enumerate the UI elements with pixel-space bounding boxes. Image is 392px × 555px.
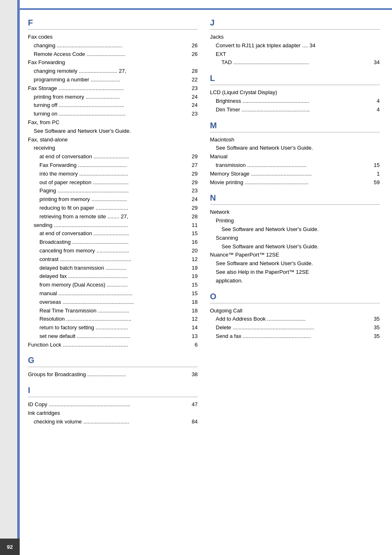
list-item: contrast ...............................… — [28, 255, 198, 264]
list-item: printing from memory ...................… — [28, 195, 198, 204]
page-container: 92 F Fax codes changing ................… — [0, 0, 392, 555]
list-item: Macintosh — [210, 136, 380, 144]
list-item: Ink cartridges — [28, 409, 198, 418]
list-item: Function Lock ..........................… — [28, 341, 198, 349]
list-item: Remote Access Code .....................… — [28, 50, 198, 59]
section-N: N Network Printing See Software and Netw… — [210, 193, 380, 285]
list-item: See Software and Network User's Guide. — [210, 225, 380, 234]
section-I: I ID Copy ..............................… — [28, 386, 198, 426]
list-item: set new default ........................… — [28, 332, 198, 341]
left-column: F Fax codes changing ...................… — [28, 18, 198, 543]
list-item: Send a fax .............................… — [210, 332, 380, 341]
list-item: overseas ...............................… — [28, 298, 198, 307]
section-L: L LCD (Liquid Crystal Display) Brightnes… — [210, 74, 380, 114]
list-item: transmission ...........................… — [210, 161, 380, 170]
list-item: ID Copy ................................… — [28, 400, 198, 409]
list-item: EXT — [210, 50, 380, 59]
list-item: Fax Forwarding .........................… — [28, 161, 198, 170]
list-item: Convert to RJ11 jack triplex adapter ...… — [210, 42, 380, 50]
list-item: changing ...............................… — [28, 42, 198, 50]
top-accent-line — [20, 8, 392, 10]
list-item: Scanning — [210, 234, 380, 243]
letter-J: J — [210, 18, 380, 28]
section-O: O Outgoing Call Add to Address Book ....… — [210, 292, 380, 341]
list-item: at end of conversation .................… — [28, 229, 198, 238]
list-item: See Software and Network User's Guide. — [210, 144, 380, 153]
letter-L: L — [210, 74, 380, 83]
letter-N: N — [210, 193, 380, 203]
list-item: Printing — [210, 217, 380, 225]
list-item: Manual — [210, 153, 380, 161]
list-item: Movie printing .........................… — [210, 178, 380, 187]
list-item: return to factory setting ..............… — [28, 324, 198, 332]
list-item: TAD ....................................… — [210, 58, 380, 67]
page-number: 92 — [7, 544, 13, 550]
list-item: canceling from memory ..................… — [28, 247, 198, 255]
left-sidebar: 92 — [0, 0, 20, 555]
list-item: Paging .................................… — [28, 187, 198, 195]
list-item: Outgoing Call — [210, 307, 380, 315]
list-item: See Software and Network User's Guide. — [210, 243, 380, 251]
list-item: Fax Storage ............................… — [28, 84, 198, 93]
list-item: Real Time Transmission .................… — [28, 307, 198, 315]
list-item: See also Help in the PaperPort™ 12SE — [210, 268, 380, 277]
list-item: Resolution .............................… — [28, 315, 198, 324]
list-item: printing from memory ...................… — [28, 93, 198, 102]
list-item: Add to Address Book ....................… — [210, 315, 380, 324]
divider-M — [210, 132, 380, 132]
two-column-layout: F Fax codes changing ...................… — [28, 18, 380, 543]
list-item: out of paper reception .................… — [28, 178, 198, 187]
divider-J — [210, 29, 380, 30]
list-item: Fax codes — [28, 33, 198, 42]
list-item: Nuance™ PaperPort™ 12SE — [210, 251, 380, 259]
list-item: delayed batch transmission .............… — [28, 264, 198, 273]
list-item: programming a number ...................… — [28, 76, 198, 84]
list-item: application. — [210, 277, 380, 285]
divider-L — [210, 85, 380, 85]
list-item: Fax Forwarding — [28, 58, 198, 67]
list-item: reducing to fit on paper ...............… — [28, 204, 198, 213]
list-item: Fax, from PC — [28, 118, 198, 127]
section-G: G Groups for Broadcasting ..............… — [28, 356, 198, 379]
list-item: receiving — [28, 144, 198, 153]
list-item: delayed fax ............................… — [28, 272, 198, 281]
list-item: from memory (Dual Access) ..............… — [28, 281, 198, 289]
divider-I — [28, 397, 198, 397]
letter-M: M — [210, 121, 380, 130]
list-item: LCD (Liquid Crystal Display) — [210, 88, 380, 97]
list-item: manual .................................… — [28, 289, 198, 298]
divider-F — [28, 29, 198, 30]
list-item: Brightness .............................… — [210, 97, 380, 106]
list-item: Memory Storage .........................… — [210, 170, 380, 178]
list-item: sending ................................… — [28, 221, 198, 230]
section-F: F Fax codes changing ...................… — [28, 18, 198, 349]
list-item: retrieving from a remote site ........ 2… — [28, 213, 198, 221]
list-item: Fax, stand-alone — [28, 136, 198, 144]
divider-G — [28, 367, 198, 367]
list-item: See Software and Network User's Guide. — [210, 259, 380, 268]
list-item: changing remotely ......................… — [28, 67, 198, 76]
letter-I: I — [28, 386, 198, 395]
list-item: Jacks — [210, 33, 380, 42]
list-item: Delete .................................… — [210, 324, 380, 332]
letter-F: F — [28, 18, 198, 28]
divider-O — [210, 303, 380, 303]
list-item: See Software and Network User's Guide. — [28, 127, 198, 136]
letter-G: G — [28, 356, 198, 365]
right-column: J Jacks Convert to RJ11 jack triplex ada… — [210, 18, 380, 543]
list-item: Network — [210, 208, 380, 217]
sidebar-accent — [17, 0, 20, 555]
section-M: M Macintosh See Software and Network Use… — [210, 121, 380, 187]
letter-O: O — [210, 292, 380, 301]
list-item: turning off ............................… — [28, 101, 198, 110]
list-item: turning on .............................… — [28, 110, 198, 118]
list-item: checking ink volume ....................… — [28, 418, 198, 426]
content-area: F Fax codes changing ...................… — [20, 0, 392, 555]
page-number-bar: 92 — [0, 539, 20, 555]
section-J: J Jacks Convert to RJ11 jack triplex ada… — [210, 18, 380, 67]
list-item: Dim Timer ..............................… — [210, 106, 380, 114]
list-item: into the memory ........................… — [28, 170, 198, 178]
list-item: Broadcasting ...........................… — [28, 238, 198, 247]
list-item: Groups for Broadcasting ................… — [28, 370, 198, 379]
divider-N — [210, 204, 380, 205]
